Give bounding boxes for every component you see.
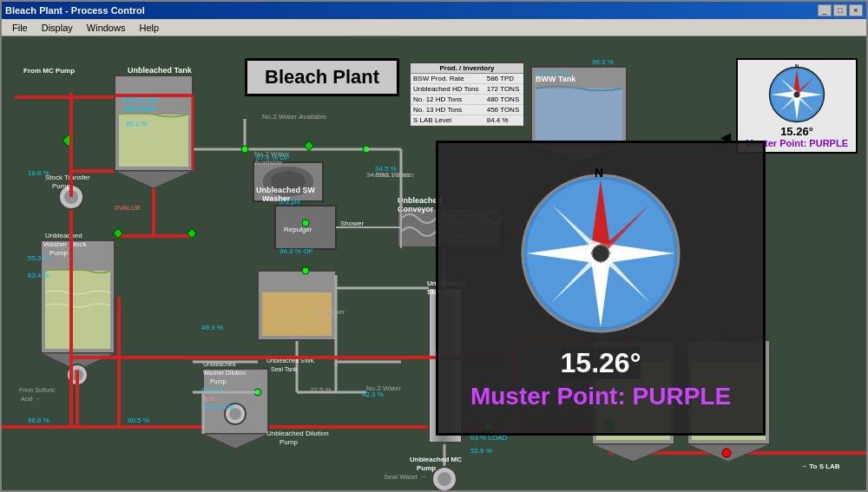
svg-text:From MC Pump: From MC Pump bbox=[23, 67, 75, 75]
prod-row-2-label: Unbleached HD Tons bbox=[411, 84, 484, 95]
svg-text:N: N bbox=[795, 64, 799, 69]
svg-text:→ To Sewer: → To Sewer bbox=[307, 308, 345, 316]
svg-text:Unbleached Dilution: Unbleached Dilution bbox=[266, 430, 329, 437]
minimize-button[interactable]: _ bbox=[818, 4, 832, 16]
svg-text:Pump: Pump bbox=[417, 464, 436, 472]
svg-text:49.3 %: 49.3 % bbox=[201, 324, 223, 331]
svg-text:From Sulfuric: From Sulfuric bbox=[19, 387, 56, 393]
page-title: Bleach Plant bbox=[245, 58, 399, 96]
table-row: S LAB Level 84.4 % bbox=[411, 115, 523, 126]
svg-text:96.3 %: 96.3 % bbox=[592, 58, 614, 66]
svg-text:Acid →: Acid → bbox=[21, 396, 41, 402]
menu-windows[interactable]: Windows bbox=[80, 21, 133, 35]
muster-label-large: Muster Point: bbox=[470, 383, 626, 410]
svg-text:67.4 % OP: 67.4 % OP bbox=[256, 154, 290, 161]
compass-large: N 15.26° Muster Point: PURPLE bbox=[436, 141, 766, 436]
window-frame: Bleach Plant - Process Control _ □ × Fil… bbox=[0, 0, 868, 492]
svg-point-160 bbox=[794, 91, 800, 97]
svg-text:Unbleached MC: Unbleached MC bbox=[410, 456, 462, 463]
svg-text:Washer Dilution: Washer Dilution bbox=[203, 370, 246, 376]
svg-text:Unbleached SW: Unbleached SW bbox=[256, 186, 316, 194]
prod-row-1-value: 586 TPD bbox=[484, 74, 523, 84]
svg-text:→ To S LAB: → To S LAB bbox=[800, 462, 840, 470]
svg-rect-30 bbox=[536, 89, 622, 141]
menu-file[interactable]: File bbox=[5, 21, 35, 35]
compass-degree-small: 15.26° bbox=[780, 125, 813, 138]
svg-text:64.2 % LVL: 64.2 % LVL bbox=[536, 69, 571, 77]
close-button[interactable]: × bbox=[849, 4, 863, 16]
svg-text:Conveyor: Conveyor bbox=[398, 205, 434, 213]
svg-text:80.2 %: 80.2 % bbox=[126, 120, 148, 128]
table-row: BSW Prod. Rate 586 TPD bbox=[411, 74, 523, 84]
svg-text:Unbleached: Unbleached bbox=[45, 232, 82, 239]
svg-text:80.5 %: 80.5 % bbox=[128, 417, 149, 424]
svg-text:Seal Water →: Seal Water → bbox=[384, 473, 427, 481]
svg-text:6.2 pH: 6.2 pH bbox=[279, 198, 300, 206]
title-bar: Bleach Plant - Process Control _ □ × bbox=[2, 2, 866, 19]
svg-text:No.2 Water: No.2 Water bbox=[366, 384, 401, 392]
table-row: No. 13 HD Tons 456 TONS bbox=[411, 105, 523, 115]
svg-text:34.5 %: 34.5 % bbox=[375, 165, 397, 173]
prod-row-4-label: No. 13 HD Tons bbox=[411, 105, 484, 115]
svg-text:52.6 %: 52.6 % bbox=[470, 447, 492, 455]
menu-bar: File Display Windows Help bbox=[2, 19, 866, 36]
compass-small: N 15.26° Muster Point: PURPLE bbox=[736, 58, 858, 154]
svg-text:No.2 Water Available: No.2 Water Available bbox=[262, 113, 327, 121]
svg-point-68 bbox=[302, 267, 309, 274]
svg-text:#VALUE: #VALUE bbox=[115, 204, 141, 212]
svg-text:Repulger: Repulger bbox=[284, 226, 312, 233]
svg-point-172 bbox=[592, 245, 609, 262]
svg-text:Pump: Pump bbox=[52, 182, 70, 190]
compass-rose-small: N bbox=[766, 64, 827, 125]
svg-text:96.3 % OP: 96.3 % OP bbox=[279, 247, 313, 255]
process-diagram: 63.2 % LVL 168 TONS BWW Tank 64.2 % LVL … bbox=[2, 36, 866, 490]
prod-row-4-value: 456 TONS bbox=[484, 105, 523, 115]
svg-text:Shower: Shower bbox=[340, 220, 364, 227]
production-table: Prod. / Inventory BSW Prod. Rate 586 TPD… bbox=[410, 62, 524, 127]
svg-text:96.3 % OP: 96.3 % OP bbox=[201, 403, 235, 411]
svg-text:Stock Transfer: Stock Transfer bbox=[45, 174, 90, 181]
svg-point-64 bbox=[437, 472, 451, 486]
window-title: Bleach Plant - Process Control bbox=[5, 5, 145, 16]
compass-rose-large: N bbox=[514, 167, 687, 340]
svg-text:18.6 %: 18.6 % bbox=[28, 169, 49, 177]
svg-text:22.5 %: 22.5 % bbox=[310, 386, 332, 394]
svg-point-65 bbox=[241, 146, 248, 153]
maximize-button[interactable]: □ bbox=[833, 4, 847, 16]
table-row: Unbleached HD Tons 172 TONS bbox=[411, 84, 523, 95]
prod-row-3-label: No. 12 HD Tons bbox=[411, 95, 484, 105]
svg-text:N: N bbox=[595, 167, 603, 180]
svg-text:Pump: Pump bbox=[210, 378, 226, 385]
prod-row-1-label: BSW Prod. Rate bbox=[411, 74, 484, 84]
svg-point-66 bbox=[302, 220, 309, 226]
svg-text:63.4 %: 63.4 % bbox=[28, 272, 49, 279]
svg-text:Pump: Pump bbox=[279, 438, 298, 446]
muster-value-small: PURPLE bbox=[809, 138, 848, 148]
muster-value-large: PURPLE bbox=[633, 383, 732, 410]
prod-row-5-value: 84.4 % bbox=[484, 115, 523, 126]
svg-text:Seal Tank: Seal Tank bbox=[271, 366, 298, 372]
menu-display[interactable]: Display bbox=[35, 21, 80, 35]
svg-point-72 bbox=[722, 449, 731, 457]
menu-help[interactable]: Help bbox=[132, 21, 166, 35]
svg-text:55.3 %: 55.3 % bbox=[28, 254, 49, 262]
prod-row-2-value: 172 TONS bbox=[484, 84, 523, 95]
window-controls[interactable]: _ □ × bbox=[818, 4, 863, 16]
prod-row-3-value: 480 TONS bbox=[484, 95, 523, 105]
table-row: No. 12 HD Tons 480 TONS bbox=[411, 95, 523, 105]
svg-text:Pump: Pump bbox=[49, 249, 68, 257]
prod-table-header: Prod. / Inventory bbox=[411, 63, 523, 74]
prod-row-5-label: S LAB Level bbox=[411, 115, 484, 126]
muster-point-large: Muster Point: PURPLE bbox=[470, 383, 731, 410]
svg-rect-36 bbox=[45, 271, 110, 349]
svg-text:Unbleached Tank: Unbleached Tank bbox=[128, 66, 193, 75]
svg-text:168 TONS: 168 TONS bbox=[123, 105, 156, 113]
svg-text:Washer Stock: Washer Stock bbox=[43, 240, 87, 248]
svg-text:96.6 %: 96.6 % bbox=[28, 417, 49, 424]
compass-degree-large: 15.26° bbox=[561, 347, 641, 379]
